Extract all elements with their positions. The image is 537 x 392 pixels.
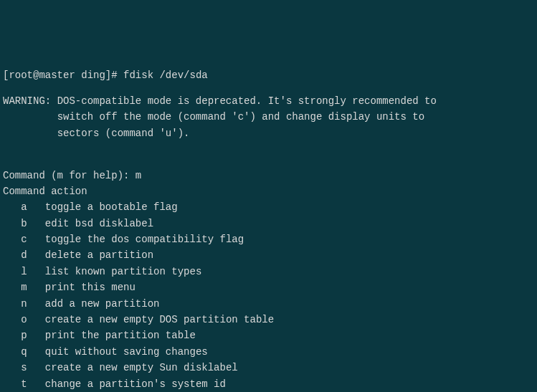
action-key: m <box>21 282 27 293</box>
action-desc: create a new empty DOS partition table <box>45 314 274 325</box>
action-desc: list known partition types <box>45 266 201 277</box>
action-item: m print this menu <box>3 279 534 295</box>
action-key: q <box>21 346 27 358</box>
prompt-command: fdisk /dev/sda <box>123 70 208 81</box>
action-item: b edit bsd disklabel <box>3 216 534 231</box>
action-key: o <box>21 314 27 325</box>
action-item: c toggle the dos compatibility flag <box>3 231 534 247</box>
action-desc: toggle a bootable flag <box>45 201 178 213</box>
action-desc: print this menu <box>45 282 136 293</box>
action-desc: delete a partition <box>45 249 153 261</box>
prompt-cwd: ding <box>81 70 105 81</box>
action-key: l <box>21 266 27 277</box>
command-block: Command (m for help): m Command action a… <box>3 168 534 392</box>
action-desc: print the partition table <box>45 330 196 341</box>
action-item: t change a partition's system id <box>3 376 534 392</box>
command-prompt-input[interactable]: m <box>136 170 141 181</box>
action-desc: change a partition's system id <box>45 378 226 390</box>
action-desc: quit without saving changes <box>45 346 208 358</box>
action-item: q quit without saving changes <box>3 344 534 360</box>
action-key: t <box>21 378 27 390</box>
action-item: o create a new empty DOS partition table <box>3 312 534 328</box>
action-item: d delete a partition <box>3 247 534 263</box>
action-item: s create a new empty Sun disklabel <box>3 360 534 376</box>
warning-label: WARNING: <box>3 95 51 107</box>
action-desc: add a new partition <box>45 298 160 310</box>
action-list: a toggle a bootable flag b edit bsd disk… <box>3 199 534 392</box>
action-item: n add a new partition <box>3 296 534 312</box>
shell-prompt: [root@master ding]# fdisk /dev/sda <box>3 70 208 81</box>
action-header: Command action <box>3 186 87 197</box>
action-item: a toggle a bootable flag <box>3 199 534 215</box>
action-key: b <box>21 218 27 229</box>
action-key: p <box>21 330 27 341</box>
prompt-symbol: # <box>111 70 117 81</box>
action-key: n <box>21 298 27 310</box>
action-key: c <box>21 234 27 245</box>
action-key: s <box>21 362 27 373</box>
warning-block: WARNING: DOS-compatible mode is deprecat… <box>3 93 534 141</box>
prompt-user: root@master <box>9 70 75 81</box>
action-item: p print the partition table <box>3 328 534 343</box>
action-desc: edit bsd disklabel <box>45 218 153 229</box>
warning-line-3: sectors (command 'u'). <box>57 128 190 139</box>
warning-line-2: switch off the mode (command 'c') and ch… <box>57 111 424 123</box>
action-item: l list known partition types <box>3 264 534 279</box>
action-desc: create a new empty Sun disklabel <box>45 362 238 373</box>
command-prompt-label: Command (m for help): <box>3 170 129 181</box>
action-key: d <box>21 249 27 261</box>
terminal-output: [root@master ding]# fdisk /dev/sda WARNI… <box>3 67 534 392</box>
warning-line-1: DOS-compatible mode is deprecated. It's … <box>57 95 437 107</box>
action-key: a <box>21 201 27 213</box>
action-desc: toggle the dos compatibility flag <box>45 234 244 245</box>
